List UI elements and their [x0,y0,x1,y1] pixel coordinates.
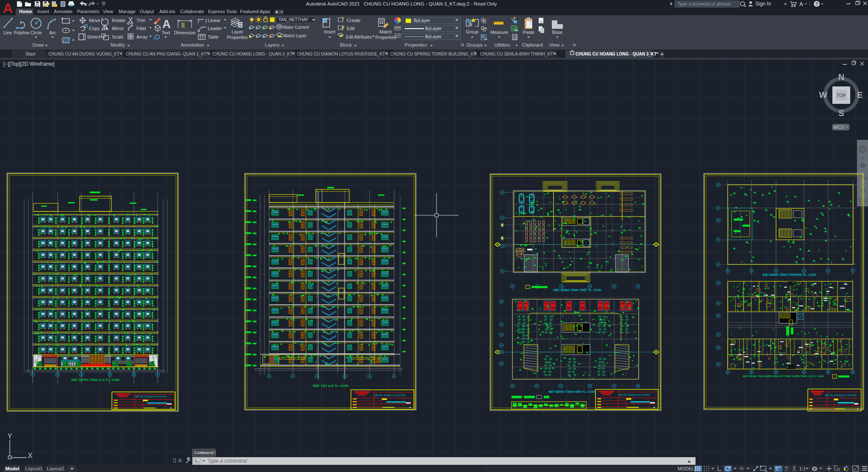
svg-text:Layout1: Layout1 [25,466,43,471]
svg-text:Type a command: Type a command [208,458,247,464]
svg-text:1:1: 1:1 [799,466,806,471]
svg-text:MODEL: MODEL [678,466,694,471]
svg-text:Layout2: Layout2 [47,466,64,471]
svg-text:Command:: Command: [194,450,217,455]
svg-text:Model: Model [5,466,19,471]
